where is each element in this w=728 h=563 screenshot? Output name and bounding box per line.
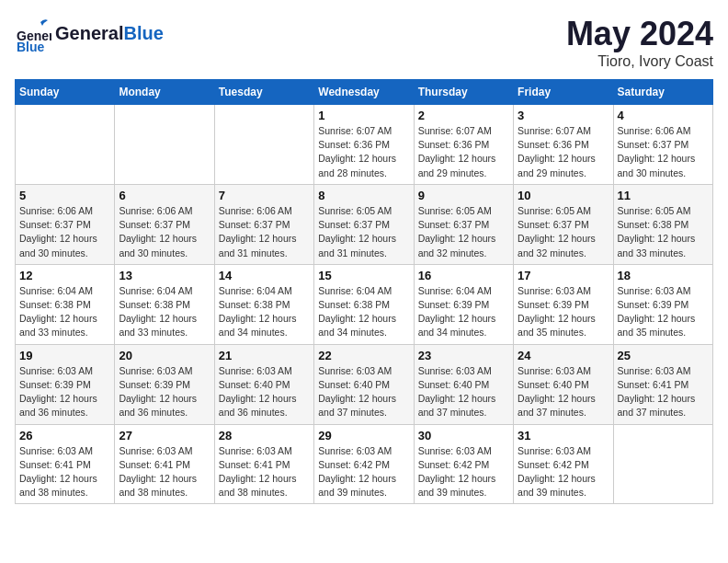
day-number: 24 — [518, 349, 609, 362]
day-number: 3 — [518, 109, 609, 122]
calendar-cell: 22Sunrise: 6:03 AM Sunset: 6:40 PM Dayli… — [314, 344, 414, 424]
day-info: Sunrise: 6:04 AM Sunset: 6:38 PM Dayligh… — [119, 284, 210, 340]
day-number: 23 — [418, 349, 509, 362]
weekday-monday: Monday — [115, 80, 214, 105]
day-info: Sunrise: 6:03 AM Sunset: 6:41 PM Dayligh… — [219, 444, 310, 500]
calendar-cell: 6Sunrise: 6:06 AM Sunset: 6:37 PM Daylig… — [115, 184, 214, 264]
weekday-sunday: Sunday — [16, 80, 115, 105]
day-number: 10 — [518, 189, 609, 202]
weekday-saturday: Saturday — [613, 80, 712, 105]
logo-icon: General Blue — [15, 15, 51, 52]
day-info: Sunrise: 6:04 AM Sunset: 6:38 PM Dayligh… — [318, 284, 409, 340]
day-info: Sunrise: 6:03 AM Sunset: 6:40 PM Dayligh… — [518, 364, 609, 420]
day-number: 28 — [219, 429, 310, 442]
day-number: 16 — [418, 269, 509, 282]
day-info: Sunrise: 6:05 AM Sunset: 6:37 PM Dayligh… — [418, 204, 509, 260]
day-number: 4 — [618, 109, 709, 122]
day-number: 21 — [219, 349, 310, 362]
month-title: May 2024 — [566, 15, 713, 53]
day-number: 11 — [618, 189, 709, 202]
calendar-cell — [613, 424, 712, 504]
calendar-cell: 28Sunrise: 6:03 AM Sunset: 6:41 PM Dayli… — [214, 424, 313, 504]
day-info: Sunrise: 6:03 AM Sunset: 6:40 PM Dayligh… — [418, 364, 509, 420]
day-number: 6 — [119, 189, 210, 202]
day-number: 19 — [19, 349, 110, 362]
day-number: 9 — [418, 189, 509, 202]
day-info: Sunrise: 6:03 AM Sunset: 6:39 PM Dayligh… — [119, 364, 210, 420]
day-number: 26 — [19, 429, 110, 442]
day-number: 17 — [518, 269, 609, 282]
calendar-week-5: 26Sunrise: 6:03 AM Sunset: 6:41 PM Dayli… — [16, 424, 713, 504]
calendar-cell: 1Sunrise: 6:07 AM Sunset: 6:36 PM Daylig… — [314, 105, 414, 185]
calendar-cell: 11Sunrise: 6:05 AM Sunset: 6:38 PM Dayli… — [613, 184, 712, 264]
day-number: 30 — [418, 429, 509, 442]
day-info: Sunrise: 6:07 AM Sunset: 6:36 PM Dayligh… — [318, 124, 409, 180]
calendar-cell: 9Sunrise: 6:05 AM Sunset: 6:37 PM Daylig… — [414, 184, 513, 264]
calendar-cell: 5Sunrise: 6:06 AM Sunset: 6:37 PM Daylig… — [16, 184, 115, 264]
day-info: Sunrise: 6:03 AM Sunset: 6:39 PM Dayligh… — [618, 284, 709, 340]
day-info: Sunrise: 6:04 AM Sunset: 6:38 PM Dayligh… — [19, 284, 110, 340]
calendar-cell: 19Sunrise: 6:03 AM Sunset: 6:39 PM Dayli… — [16, 344, 115, 424]
calendar-cell: 20Sunrise: 6:03 AM Sunset: 6:39 PM Dayli… — [115, 344, 214, 424]
day-info: Sunrise: 6:07 AM Sunset: 6:36 PM Dayligh… — [418, 124, 509, 180]
day-info: Sunrise: 6:05 AM Sunset: 6:37 PM Dayligh… — [518, 204, 609, 260]
day-number: 20 — [119, 349, 210, 362]
day-info: Sunrise: 6:03 AM Sunset: 6:41 PM Dayligh… — [618, 364, 709, 420]
calendar-cell: 17Sunrise: 6:03 AM Sunset: 6:39 PM Dayli… — [514, 264, 613, 344]
calendar-cell: 27Sunrise: 6:03 AM Sunset: 6:41 PM Dayli… — [115, 424, 214, 504]
calendar-cell: 3Sunrise: 6:07 AM Sunset: 6:36 PM Daylig… — [514, 105, 613, 185]
calendar-cell: 14Sunrise: 6:04 AM Sunset: 6:38 PM Dayli… — [214, 264, 313, 344]
calendar-cell: 25Sunrise: 6:03 AM Sunset: 6:41 PM Dayli… — [613, 344, 712, 424]
calendar-week-4: 19Sunrise: 6:03 AM Sunset: 6:39 PM Dayli… — [16, 344, 713, 424]
calendar-cell: 26Sunrise: 6:03 AM Sunset: 6:41 PM Dayli… — [16, 424, 115, 504]
day-info: Sunrise: 6:03 AM Sunset: 6:40 PM Dayligh… — [318, 364, 409, 420]
day-info: Sunrise: 6:06 AM Sunset: 6:37 PM Dayligh… — [19, 204, 110, 260]
day-number: 1 — [318, 109, 409, 122]
day-number: 2 — [418, 109, 509, 122]
weekday-header-row: SundayMondayTuesdayWednesdayThursdayFrid… — [16, 80, 713, 105]
calendar-cell — [115, 105, 214, 185]
calendar-cell — [16, 105, 115, 185]
calendar-week-3: 12Sunrise: 6:04 AM Sunset: 6:38 PM Dayli… — [16, 264, 713, 344]
calendar-cell: 2Sunrise: 6:07 AM Sunset: 6:36 PM Daylig… — [414, 105, 513, 185]
calendar-cell: 23Sunrise: 6:03 AM Sunset: 6:40 PM Dayli… — [414, 344, 513, 424]
calendar-cell: 15Sunrise: 6:04 AM Sunset: 6:38 PM Dayli… — [314, 264, 414, 344]
calendar-cell: 13Sunrise: 6:04 AM Sunset: 6:38 PM Dayli… — [115, 264, 214, 344]
day-number: 18 — [618, 269, 709, 282]
calendar-table: SundayMondayTuesdayWednesdayThursdayFrid… — [15, 79, 713, 504]
calendar-cell: 31Sunrise: 6:03 AM Sunset: 6:42 PM Dayli… — [514, 424, 613, 504]
title-block: May 2024 Tioro, Ivory Coast — [566, 15, 713, 70]
logo-blue: Blue — [123, 23, 163, 43]
logo: General Blue GeneralBlue — [15, 15, 164, 52]
calendar-cell: 24Sunrise: 6:03 AM Sunset: 6:40 PM Dayli… — [514, 344, 613, 424]
day-number: 25 — [618, 349, 709, 362]
day-number: 8 — [318, 189, 409, 202]
calendar-cell: 18Sunrise: 6:03 AM Sunset: 6:39 PM Dayli… — [613, 264, 712, 344]
day-number: 14 — [219, 269, 310, 282]
day-number: 7 — [219, 189, 310, 202]
day-number: 27 — [119, 429, 210, 442]
calendar-cell: 12Sunrise: 6:04 AM Sunset: 6:38 PM Dayli… — [16, 264, 115, 344]
day-number: 12 — [19, 269, 110, 282]
calendar-cell: 30Sunrise: 6:03 AM Sunset: 6:42 PM Dayli… — [414, 424, 513, 504]
day-info: Sunrise: 6:03 AM Sunset: 6:42 PM Dayligh… — [518, 444, 609, 500]
calendar-cell: 10Sunrise: 6:05 AM Sunset: 6:37 PM Dayli… — [514, 184, 613, 264]
day-info: Sunrise: 6:03 AM Sunset: 6:41 PM Dayligh… — [119, 444, 210, 500]
day-info: Sunrise: 6:05 AM Sunset: 6:38 PM Dayligh… — [618, 204, 709, 260]
day-number: 29 — [318, 429, 409, 442]
day-info: Sunrise: 6:06 AM Sunset: 6:37 PM Dayligh… — [219, 204, 310, 260]
day-info: Sunrise: 6:04 AM Sunset: 6:38 PM Dayligh… — [219, 284, 310, 340]
calendar-cell: 29Sunrise: 6:03 AM Sunset: 6:42 PM Dayli… — [314, 424, 414, 504]
weekday-wednesday: Wednesday — [314, 80, 414, 105]
calendar-cell: 16Sunrise: 6:04 AM Sunset: 6:39 PM Dayli… — [414, 264, 513, 344]
day-number: 5 — [19, 189, 110, 202]
day-info: Sunrise: 6:03 AM Sunset: 6:42 PM Dayligh… — [418, 444, 509, 500]
logo-general: General — [55, 23, 123, 43]
day-info: Sunrise: 6:03 AM Sunset: 6:39 PM Dayligh… — [19, 364, 110, 420]
day-number: 15 — [318, 269, 409, 282]
day-info: Sunrise: 6:03 AM Sunset: 6:42 PM Dayligh… — [318, 444, 409, 500]
svg-text:Blue: Blue — [17, 40, 45, 52]
page-header: General Blue GeneralBlue May 2024 Tioro,… — [15, 15, 713, 70]
day-number: 22 — [318, 349, 409, 362]
day-info: Sunrise: 6:06 AM Sunset: 6:37 PM Dayligh… — [618, 124, 709, 180]
